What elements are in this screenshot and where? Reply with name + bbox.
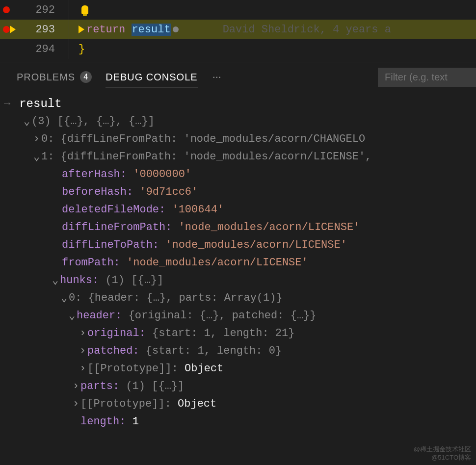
- chevron-right-icon[interactable]: ›: [73, 398, 79, 410]
- chevron-down-icon[interactable]: ⌄: [69, 309, 75, 322]
- property-value: 'node_modules/acorn/LICENSE': [127, 257, 308, 269]
- more-tabs-icon[interactable]: ···: [205, 71, 229, 83]
- object-property[interactable]: ⌄ header: {original: {…}, patched: {…}}: [4, 307, 476, 324]
- property-value: {start: 1, length: 21}: [152, 327, 294, 339]
- property-key: fromPath:: [62, 257, 120, 269]
- code-line-active: 293 return result David Sheldrick, 4 yea…: [0, 20, 476, 39]
- watermark-line: @51CTO博客: [414, 454, 471, 462]
- chevron-down-icon[interactable]: ⌄: [33, 150, 39, 163]
- filter-input[interactable]: [378, 68, 476, 87]
- chevron-right-icon[interactable]: ›: [79, 362, 85, 375]
- problems-count-badge: 4: [80, 71, 92, 83]
- watermark: @稀土掘金技术社区 @51CTO博客: [414, 445, 471, 462]
- property-value: 1: [132, 415, 139, 428]
- object-property: deletedFileMode: '100644': [4, 201, 476, 218]
- line-number: 293: [35, 24, 55, 36]
- chevron-right-icon[interactable]: ›: [33, 133, 39, 145]
- chevron-down-icon[interactable]: ⌄: [52, 274, 58, 287]
- property-value: (1) [{…}]: [126, 380, 184, 392]
- panel-tabs: PROBLEMS 4 DEBUG CONSOLE ···: [0, 62, 476, 92]
- property-key: header:: [77, 310, 122, 322]
- code-line: 292: [0, 0, 476, 20]
- current-exec-arrow-icon: [10, 26, 16, 33]
- unsaved-dot-icon: [173, 26, 179, 32]
- array-item[interactable]: › 0: {diffLineFromPath: 'node_modules/ac…: [4, 130, 476, 148]
- chevron-down-icon[interactable]: ⌄: [61, 291, 67, 305]
- property-value: {start: 1, length: 0}: [146, 345, 282, 357]
- object-property: fromPath: 'node_modules/acorn/LICENSE': [4, 254, 476, 271]
- object-preview: {header: {…}, parts: Array(1)}: [88, 292, 283, 304]
- property-value: Object: [185, 362, 223, 375]
- property-key: patched:: [87, 345, 139, 357]
- chevron-right-icon[interactable]: ›: [79, 345, 85, 357]
- object-preview: {diffLineFromPath: 'node_modules/acorn/L…: [61, 151, 372, 163]
- property-key: [[Prototype]]:: [80, 398, 171, 410]
- chevron-down-icon[interactable]: ⌄: [24, 115, 29, 128]
- property-key: length:: [80, 415, 126, 428]
- breakpoint-icon[interactable]: [3, 6, 10, 13]
- array-index: 0:: [41, 133, 54, 145]
- chevron-right-icon[interactable]: ›: [79, 327, 85, 339]
- brace: }: [79, 43, 85, 55]
- input-arrow-icon: →: [4, 98, 10, 110]
- property-value: Object: [178, 398, 216, 410]
- property-key: original:: [87, 327, 146, 339]
- property-key: afterHash:: [62, 168, 127, 181]
- debug-console-output: → result ⌄ (3) [{…}, {…}, {…}] › 0: {dif…: [0, 92, 476, 430]
- tab-label: PROBLEMS: [17, 72, 75, 83]
- tab-problems[interactable]: PROBLEMS 4: [10, 71, 99, 83]
- object-property: diffLineToPath: 'node_modules/acorn/LICE…: [4, 236, 476, 254]
- array-item[interactable]: ⌄ 0: {header: {…}, parts: Array(1)}: [4, 289, 476, 307]
- property-key: diffLineToPath:: [62, 239, 159, 251]
- line-number: 294: [35, 43, 55, 55]
- code-editor: 292 293 return result David Sheldrick, 4…: [0, 0, 476, 59]
- object-property: diffLineFromPath: 'node_modules/acorn/LI…: [4, 218, 476, 236]
- git-blame-annotation: David Sheldrick, 4 years a: [223, 24, 391, 36]
- property-key: parts:: [80, 380, 119, 392]
- line-number: 292: [35, 4, 55, 16]
- lightbulb-icon[interactable]: [81, 5, 88, 14]
- bottom-panel: PROBLEMS 4 DEBUG CONSOLE ··· → result ⌄ …: [0, 62, 476, 430]
- array-index: 0:: [69, 292, 81, 304]
- watermark-line: @稀土掘金技术社区: [414, 445, 471, 454]
- property-value: '9d71cc6': [139, 186, 198, 198]
- keyword: return: [86, 24, 125, 36]
- property-key: [[Prototype]]:: [87, 362, 178, 375]
- identifier-selected[interactable]: result: [132, 24, 170, 36]
- chevron-right-icon[interactable]: ›: [73, 380, 79, 392]
- array-item[interactable]: ⌄ 1: {diffLineFromPath: 'node_modules/ac…: [4, 148, 476, 165]
- object-preview: {diffLineFromPath: 'node_modules/acorn/C…: [61, 133, 366, 145]
- object-property: afterHash: '0000000': [4, 165, 476, 183]
- array-index: 1:: [41, 151, 54, 163]
- object-property[interactable]: › [[Prototype]]: Object: [4, 360, 476, 377]
- property-key: hunks:: [60, 274, 99, 286]
- property-value: {original: {…}, patched: {…}}: [129, 310, 317, 322]
- object-property[interactable]: › parts: (1) [{…}]: [4, 377, 476, 395]
- property-value: (1) [{…}]: [105, 274, 163, 286]
- tab-debug-console[interactable]: DEBUG CONSOLE: [99, 72, 204, 83]
- property-key: beforeHash:: [62, 186, 133, 198]
- console-input-text: result: [19, 97, 61, 110]
- object-property[interactable]: › patched: {start: 1, length: 0}: [4, 342, 476, 360]
- object-property[interactable]: › [[Prototype]]: Object: [4, 395, 476, 413]
- property-value: '100644': [172, 204, 224, 216]
- object-property[interactable]: ⌄ hunks: (1) [{…}]: [4, 271, 476, 289]
- property-value: '0000000': [133, 168, 191, 181]
- object-property: length: 1: [4, 413, 476, 430]
- property-value: 'node_modules/acorn/LICENSE': [179, 221, 360, 233]
- property-value: 'node_modules/acorn/LICENSE': [165, 239, 347, 251]
- exec-pointer-icon: [79, 26, 84, 33]
- property-key: deletedFileMode:: [62, 204, 165, 216]
- code-line: 294 }: [0, 39, 476, 59]
- object-property[interactable]: › original: {start: 1, length: 21}: [4, 324, 476, 342]
- console-object-summary[interactable]: ⌄ (3) [{…}, {…}, {…}]: [4, 112, 476, 130]
- console-input-row: → result: [4, 95, 476, 112]
- breakpoint-icon[interactable]: [3, 26, 10, 33]
- tab-label: DEBUG CONSOLE: [106, 72, 197, 87]
- property-key: diffLineFromPath:: [62, 221, 172, 233]
- object-property: beforeHash: '9d71cc6': [4, 183, 476, 201]
- array-summary: (3) [{…}, {…}, {…}]: [31, 115, 155, 128]
